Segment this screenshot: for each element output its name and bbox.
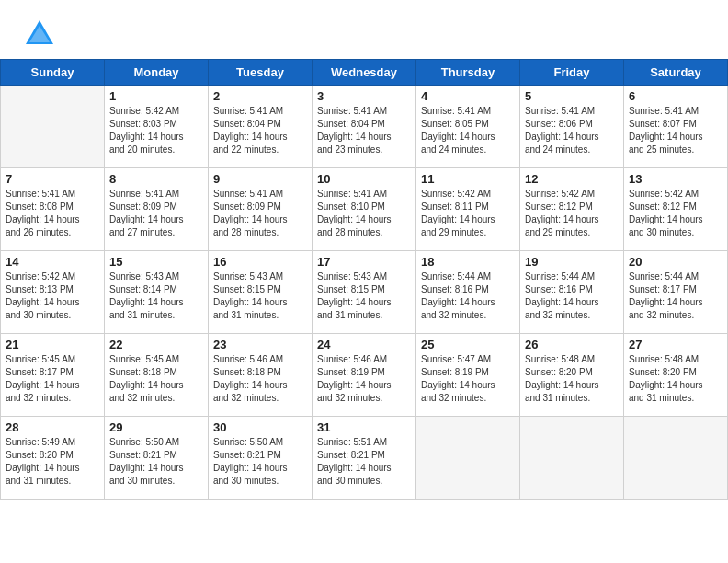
day-info: Sunrise: 5:42 AMSunset: 8:13 PMDaylight:… (6, 270, 99, 322)
day-info: Sunrise: 5:43 AMSunset: 8:15 PMDaylight:… (317, 270, 411, 322)
day-number: 27 (629, 338, 722, 351)
day-cell: 18Sunrise: 5:44 AMSunset: 8:16 PMDayligh… (416, 251, 520, 334)
day-info: Sunrise: 5:41 AMSunset: 8:09 PMDaylight:… (109, 188, 203, 239)
day-cell: 10Sunrise: 5:41 AMSunset: 8:10 PMDayligh… (313, 168, 416, 251)
weekday-header-monday: Monday (105, 60, 209, 86)
day-cell: 28Sunrise: 5:49 AMSunset: 8:20 PMDayligh… (1, 417, 105, 500)
day-number: 17 (317, 255, 411, 269)
day-cell: 2Sunrise: 5:41 AMSunset: 8:04 PMDaylight… (209, 86, 313, 168)
day-info: Sunrise: 5:44 AMSunset: 8:16 PMDaylight:… (421, 270, 515, 322)
day-number: 8 (109, 172, 203, 186)
day-cell: 19Sunrise: 5:44 AMSunset: 8:16 PMDayligh… (520, 251, 624, 334)
day-number: 18 (421, 255, 515, 269)
day-cell: 21Sunrise: 5:45 AMSunset: 8:17 PMDayligh… (1, 334, 105, 417)
day-number: 9 (213, 172, 307, 186)
day-cell: 8Sunrise: 5:41 AMSunset: 8:09 PMDaylight… (105, 168, 209, 251)
day-info: Sunrise: 5:42 AMSunset: 8:11 PMDaylight:… (421, 188, 515, 239)
day-cell (1, 86, 105, 168)
day-cell: 13Sunrise: 5:42 AMSunset: 8:12 PMDayligh… (624, 168, 728, 251)
day-cell: 3Sunrise: 5:41 AMSunset: 8:04 PMDaylight… (313, 86, 416, 168)
day-cell: 6Sunrise: 5:41 AMSunset: 8:07 PMDaylight… (624, 86, 728, 168)
day-number: 11 (421, 172, 515, 186)
day-info: Sunrise: 5:41 AMSunset: 8:06 PMDaylight:… (525, 105, 619, 156)
day-cell: 1Sunrise: 5:42 AMSunset: 8:03 PMDaylight… (105, 86, 209, 168)
day-cell (624, 417, 728, 500)
day-number: 10 (317, 172, 411, 186)
day-number: 15 (109, 255, 203, 269)
day-number: 14 (6, 255, 99, 269)
day-cell: 9Sunrise: 5:41 AMSunset: 8:09 PMDaylight… (209, 168, 313, 251)
day-cell: 22Sunrise: 5:45 AMSunset: 8:18 PMDayligh… (105, 334, 209, 417)
day-number: 21 (6, 338, 99, 351)
day-cell: 17Sunrise: 5:43 AMSunset: 8:15 PMDayligh… (313, 251, 416, 334)
day-cell: 14Sunrise: 5:42 AMSunset: 8:13 PMDayligh… (1, 251, 105, 334)
day-number: 29 (109, 420, 203, 434)
day-info: Sunrise: 5:45 AMSunset: 8:17 PMDaylight:… (6, 353, 99, 405)
day-number: 4 (421, 89, 515, 103)
day-info: Sunrise: 5:41 AMSunset: 8:07 PMDaylight:… (629, 105, 722, 156)
weekday-header-thursday: Thursday (416, 60, 520, 86)
day-info: Sunrise: 5:48 AMSunset: 8:20 PMDaylight:… (525, 353, 619, 405)
day-info: Sunrise: 5:46 AMSunset: 8:19 PMDaylight:… (317, 353, 411, 405)
day-info: Sunrise: 5:50 AMSunset: 8:21 PMDaylight:… (213, 436, 307, 488)
logo-icon (22, 17, 57, 52)
day-number: 31 (317, 420, 411, 434)
day-info: Sunrise: 5:46 AMSunset: 8:18 PMDaylight:… (213, 353, 307, 405)
day-number: 30 (213, 420, 307, 434)
weekday-header-tuesday: Tuesday (209, 60, 313, 86)
day-cell: 30Sunrise: 5:50 AMSunset: 8:21 PMDayligh… (209, 417, 313, 500)
day-info: Sunrise: 5:45 AMSunset: 8:18 PMDaylight:… (109, 353, 203, 405)
day-number: 23 (213, 338, 307, 351)
day-number: 26 (525, 338, 619, 351)
day-info: Sunrise: 5:44 AMSunset: 8:17 PMDaylight:… (629, 270, 722, 322)
day-cell: 20Sunrise: 5:44 AMSunset: 8:17 PMDayligh… (624, 251, 728, 334)
logo (22, 17, 59, 52)
day-cell: 26Sunrise: 5:48 AMSunset: 8:20 PMDayligh… (520, 334, 624, 417)
day-info: Sunrise: 5:41 AMSunset: 8:08 PMDaylight:… (6, 188, 99, 239)
weekday-header-friday: Friday (520, 60, 624, 86)
weekday-header-saturday: Saturday (624, 60, 728, 86)
weekday-header-wednesday: Wednesday (313, 60, 416, 86)
day-number: 5 (525, 89, 619, 103)
week-row-4: 21Sunrise: 5:45 AMSunset: 8:17 PMDayligh… (1, 334, 728, 417)
calendar-table: SundayMondayTuesdayWednesdayThursdayFrid… (0, 59, 728, 500)
day-info: Sunrise: 5:42 AMSunset: 8:12 PMDaylight:… (525, 188, 619, 239)
week-row-1: 1Sunrise: 5:42 AMSunset: 8:03 PMDaylight… (1, 86, 728, 168)
day-number: 1 (109, 89, 203, 103)
day-number: 7 (6, 172, 99, 186)
day-cell (416, 417, 520, 500)
day-cell: 25Sunrise: 5:47 AMSunset: 8:19 PMDayligh… (416, 334, 520, 417)
day-info: Sunrise: 5:41 AMSunset: 8:10 PMDaylight:… (317, 188, 411, 239)
day-info: Sunrise: 5:47 AMSunset: 8:19 PMDaylight:… (421, 353, 515, 405)
day-number: 22 (109, 338, 203, 351)
day-number: 6 (629, 89, 722, 103)
day-info: Sunrise: 5:44 AMSunset: 8:16 PMDaylight:… (525, 270, 619, 322)
day-number: 2 (213, 89, 307, 103)
day-info: Sunrise: 5:42 AMSunset: 8:03 PMDaylight:… (109, 105, 203, 156)
day-cell: 16Sunrise: 5:43 AMSunset: 8:15 PMDayligh… (209, 251, 313, 334)
day-cell: 11Sunrise: 5:42 AMSunset: 8:11 PMDayligh… (416, 168, 520, 251)
day-cell: 24Sunrise: 5:46 AMSunset: 8:19 PMDayligh… (313, 334, 416, 417)
day-cell: 31Sunrise: 5:51 AMSunset: 8:21 PMDayligh… (313, 417, 416, 500)
day-info: Sunrise: 5:41 AMSunset: 8:05 PMDaylight:… (421, 105, 515, 156)
day-info: Sunrise: 5:50 AMSunset: 8:21 PMDaylight:… (109, 436, 203, 488)
weekday-header-row: SundayMondayTuesdayWednesdayThursdayFrid… (1, 60, 728, 86)
day-info: Sunrise: 5:48 AMSunset: 8:20 PMDaylight:… (629, 353, 722, 405)
day-number: 19 (525, 255, 619, 269)
week-row-5: 28Sunrise: 5:49 AMSunset: 8:20 PMDayligh… (1, 417, 728, 500)
day-info: Sunrise: 5:41 AMSunset: 8:09 PMDaylight:… (213, 188, 307, 239)
day-cell: 4Sunrise: 5:41 AMSunset: 8:05 PMDaylight… (416, 86, 520, 168)
week-row-3: 14Sunrise: 5:42 AMSunset: 8:13 PMDayligh… (1, 251, 728, 334)
day-info: Sunrise: 5:49 AMSunset: 8:20 PMDaylight:… (6, 436, 99, 488)
day-number: 25 (421, 338, 515, 351)
day-number: 12 (525, 172, 619, 186)
day-cell: 27Sunrise: 5:48 AMSunset: 8:20 PMDayligh… (624, 334, 728, 417)
day-info: Sunrise: 5:43 AMSunset: 8:15 PMDaylight:… (213, 270, 307, 322)
day-cell: 7Sunrise: 5:41 AMSunset: 8:08 PMDaylight… (1, 168, 105, 251)
page-header (0, 0, 728, 59)
day-cell: 15Sunrise: 5:43 AMSunset: 8:14 PMDayligh… (105, 251, 209, 334)
day-number: 20 (629, 255, 722, 269)
week-row-2: 7Sunrise: 5:41 AMSunset: 8:08 PMDaylight… (1, 168, 728, 251)
day-cell: 29Sunrise: 5:50 AMSunset: 8:21 PMDayligh… (105, 417, 209, 500)
day-cell: 5Sunrise: 5:41 AMSunset: 8:06 PMDaylight… (520, 86, 624, 168)
